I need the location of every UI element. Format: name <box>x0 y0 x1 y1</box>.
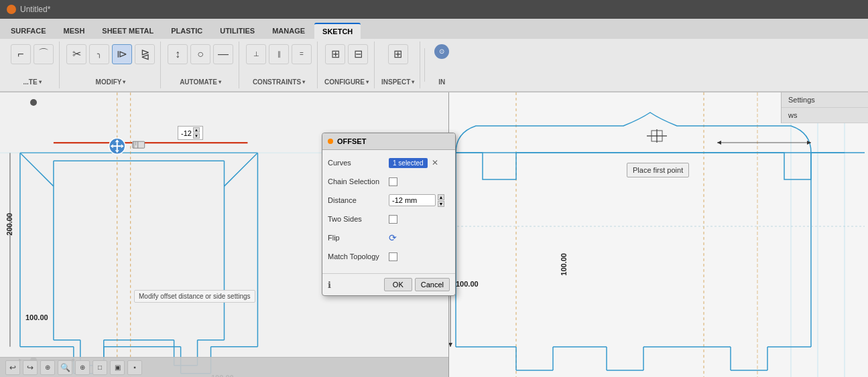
svg-marker-37 <box>121 144 124 148</box>
panel-ws[interactable]: ws <box>782 108 868 123</box>
distance-input[interactable] <box>389 194 436 206</box>
modify-mirror-btn[interactable]: ⧎ <box>135 44 155 64</box>
distance-label: Distance <box>328 196 389 204</box>
dialog-header: OFFSET <box>322 133 455 150</box>
canvas-right[interactable]: Settings ws <box>449 92 868 377</box>
bottom-toolbar-left: ↩ ↪ ⊕ 🔍 ⊕ □ ▣ ▪ <box>0 357 449 377</box>
tab-row: SURFACE MESH SHEET METAL PLASTIC UTILITI… <box>0 19 868 39</box>
curves-selected-badge[interactable]: 1 selected <box>389 158 428 168</box>
svg-point-31 <box>109 138 125 154</box>
in-btn1[interactable]: ⊙ <box>434 44 449 59</box>
two-sides-checkbox[interactable] <box>389 215 397 224</box>
create-chevron: ▾ <box>39 79 42 85</box>
ok-button[interactable]: OK <box>384 278 412 291</box>
create-line-btn[interactable]: ⌐ <box>11 44 31 64</box>
constraints-chevron: ▾ <box>302 79 305 85</box>
modify-trim-btn[interactable]: ✂ <box>66 44 86 64</box>
automate-btn3[interactable]: — <box>213 44 233 64</box>
curves-label: Curves <box>328 159 389 167</box>
two-sides-label: Two Sides <box>328 215 389 223</box>
info-icon[interactable]: ℹ <box>328 280 331 290</box>
right-dim-100-top: 100.00 <box>456 280 479 288</box>
zoom-btn[interactable]: 🔍 <box>58 360 72 375</box>
inspect-chevron: ▾ <box>412 79 414 85</box>
configure-btn2[interactable]: ⊟ <box>348 44 368 64</box>
in-label: IN <box>438 78 445 86</box>
offset-up-btn[interactable]: ▲ <box>193 127 200 133</box>
svg-rect-76 <box>652 131 662 141</box>
dialog-footer: ℹ OK Cancel <box>322 273 455 295</box>
panel-settings[interactable]: Settings <box>782 92 868 108</box>
cancel-button[interactable]: Cancel <box>415 278 450 291</box>
place-first-point-tooltip: Place first point <box>627 163 689 177</box>
distance-up-btn[interactable]: ▲ <box>438 194 444 200</box>
tab-mesh[interactable]: MESH <box>56 23 93 39</box>
home-btn[interactable]: ⊕ <box>40 360 55 375</box>
tool-group-constraints: ⊥ ∥ = CONSTRAINTS ▾ <box>241 42 318 88</box>
window-title: Untitled* <box>20 5 50 14</box>
tab-utilities[interactable]: UTILITIES <box>212 23 263 39</box>
curves-clear-btn[interactable]: ✕ <box>432 158 438 167</box>
modify-icons: ✂ ╮ ⧐ ⧎ <box>66 44 155 64</box>
two-sides-control <box>389 215 450 224</box>
curves-row: Curves 1 selected ✕ <box>328 155 450 170</box>
dim-100-left: 100.00 <box>25 313 48 321</box>
toolbar-area: SURFACE MESH SHEET METAL PLASTIC UTILITI… <box>0 19 868 92</box>
automate-icons: ↕ ○ — <box>168 44 233 64</box>
view-btn2[interactable]: ▣ <box>110 360 125 375</box>
left-dot-top <box>30 99 37 106</box>
offset-down-btn[interactable]: ▼ <box>193 133 200 139</box>
right-dim-200: 100.00 <box>560 253 568 276</box>
configure-btn1[interactable]: ⊞ <box>325 44 345 64</box>
inspect-icons: ⊞ <box>388 44 408 64</box>
view-btn3[interactable]: ▪ <box>127 360 142 375</box>
tool-group-modify: ✂ ╮ ⧐ ⧎ MODIFY ▾ <box>61 42 161 88</box>
automate-btn1[interactable]: ↕ <box>168 44 188 64</box>
undo-btn[interactable]: ↩ <box>5 360 20 375</box>
tool-group-in: ⊙ IN <box>429 42 454 88</box>
tab-sketch[interactable]: SKETCH <box>314 23 361 39</box>
tab-manage[interactable]: MANAGE <box>264 23 313 39</box>
right-canvas-svg <box>449 92 868 377</box>
chain-selection-row: Chain Selection <box>328 174 450 189</box>
tool-group-automate: ↕ ○ — AUTOMATE ▾ <box>162 42 239 88</box>
tab-plastic[interactable]: PLASTIC <box>163 23 210 39</box>
modify-fillet-btn[interactable]: ╮ <box>89 44 109 64</box>
tool-group-configure: ⊞ ⊟ CONFIGURE ▾ <box>319 42 375 88</box>
svg-line-13 <box>225 153 258 186</box>
view-btn1[interactable]: □ <box>92 360 107 375</box>
chain-selection-label: Chain Selection <box>328 177 389 185</box>
inspect-label: INSPECT ▾ <box>381 78 414 86</box>
modify-offset-btn[interactable]: ⧐ <box>112 44 132 64</box>
svg-line-12 <box>20 153 54 186</box>
tool-group-create: ⌐ ⌒ ...TE ▾ <box>5 42 60 88</box>
title-bar: Untitled* <box>0 0 868 19</box>
match-topology-checkbox[interactable] <box>389 252 397 261</box>
redo-btn[interactable]: ↪ <box>23 360 38 375</box>
match-topology-control <box>389 252 450 261</box>
tab-sheet-metal[interactable]: SHEET METAL <box>94 23 162 39</box>
automate-chevron: ▾ <box>219 79 221 85</box>
dialog-status-dot <box>328 139 333 144</box>
inspect-btn1[interactable]: ⊞ <box>388 44 408 64</box>
svg-marker-35 <box>115 150 119 153</box>
automate-btn2[interactable]: ○ <box>190 44 210 64</box>
chain-selection-checkbox[interactable] <box>389 177 397 186</box>
svg-marker-34 <box>115 139 119 142</box>
svg-marker-36 <box>111 144 113 148</box>
zoom-plus-btn[interactable]: ⊕ <box>75 360 90 375</box>
create-arc-btn[interactable]: ⌒ <box>34 44 54 64</box>
svg-marker-69 <box>449 343 452 347</box>
toolbar-separator <box>424 48 425 82</box>
distance-row: Distance ▲ ▼ <box>328 193 450 208</box>
flip-icon[interactable]: ⟳ <box>389 232 397 243</box>
tab-surface[interactable]: SURFACE <box>3 23 54 39</box>
constraint-btn1[interactable]: ⊥ <box>246 44 266 64</box>
constraint-btn3[interactable]: = <box>292 44 312 64</box>
offset-tooltip-text: Modify offset distance or side settings <box>139 293 251 300</box>
in-icons: ⊙ <box>434 44 449 59</box>
constraint-btn2[interactable]: ∥ <box>269 44 289 64</box>
distance-down-btn[interactable]: ▼ <box>438 201 444 207</box>
match-topology-row: Match Topology <box>328 249 450 264</box>
distance-control: ▲ ▼ <box>389 194 450 207</box>
